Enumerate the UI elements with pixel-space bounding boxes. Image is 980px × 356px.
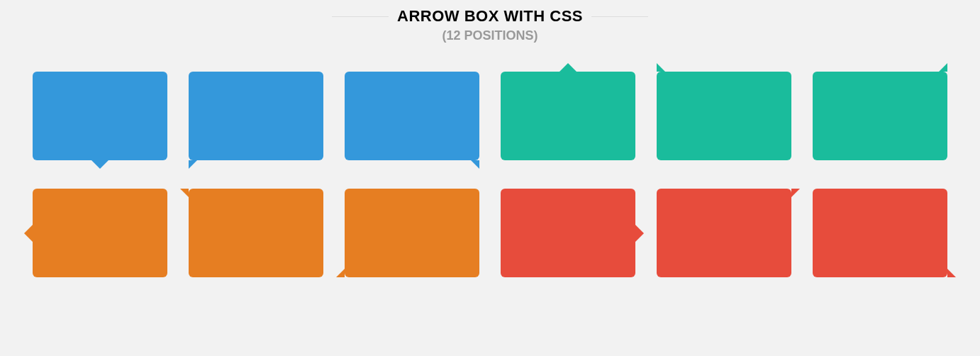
arrow-box-top-right: [813, 72, 947, 160]
arrow-box-left-center: [33, 189, 167, 277]
arrow-box-bottom-left: [189, 72, 323, 160]
arrow-box-left-top: [189, 189, 323, 277]
arrow-box-right-bottom: [813, 189, 947, 277]
arrow-box-bottom-center: [33, 72, 167, 160]
arrow-box-right-center: [501, 189, 635, 277]
arrow-box-grid: [11, 72, 969, 277]
page-header: ARROW BOX WITH CSS (12 POSITIONS): [11, 7, 969, 43]
arrow-box-left-bottom: [345, 189, 479, 277]
arrow-box-top-center: [501, 72, 635, 160]
arrow-box-bottom-right: [345, 72, 479, 160]
title-row: ARROW BOX WITH CSS: [11, 7, 969, 26]
arrow-box-top-left: [657, 72, 791, 160]
divider-right: [591, 16, 648, 17]
arrow-box-right-top: [657, 189, 791, 277]
page-subtitle: (12 POSITIONS): [11, 28, 969, 43]
page-title: ARROW BOX WITH CSS: [397, 7, 583, 26]
divider-left: [332, 16, 389, 17]
